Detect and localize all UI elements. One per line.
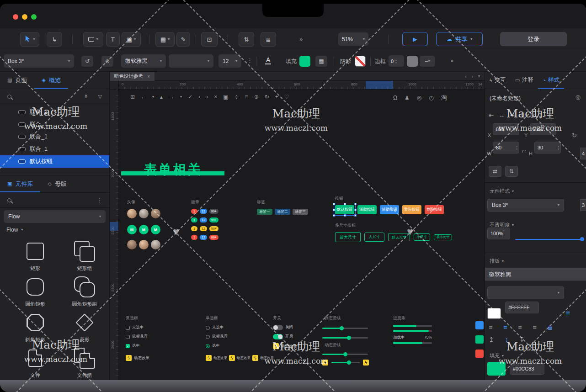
tag[interactable]: 标签一 bbox=[257, 209, 272, 215]
tree-item[interactable]: 联合_1 bbox=[0, 131, 109, 143]
stepper-icons[interactable]: ▴▾ bbox=[516, 127, 517, 132]
avatar[interactable] bbox=[139, 209, 149, 218]
tab-pages[interactable]: ▤ 页面 bbox=[0, 72, 34, 89]
w-input[interactable]: 80▴▾ bbox=[493, 142, 519, 154]
stepper-icons[interactable]: ▴▾ bbox=[553, 127, 554, 132]
stepper-icons[interactable]: ▴▾ bbox=[558, 145, 559, 150]
canvas-size-button[interactable]: 极小尺寸 bbox=[434, 234, 452, 240]
selection-handle[interactable] bbox=[354, 203, 357, 205]
fill-section-header[interactable]: 填充 ▾ bbox=[490, 352, 504, 359]
opacity-slider-knob[interactable] bbox=[580, 237, 584, 241]
font-color-input[interactable]: #FFFFFF bbox=[505, 302, 539, 313]
design-canvas[interactable]: 暗色设计参考 × ‹ › ▾ 0 200 400 600 800 1000 bbox=[110, 72, 485, 380]
preview-play-button[interactable]: ▶ bbox=[402, 32, 428, 46]
visibility-eye-icon[interactable]: ◎ bbox=[575, 94, 581, 101]
tab-library[interactable]: ▣ 元件库 bbox=[0, 175, 40, 192]
lightning-icon[interactable]: ϟ bbox=[273, 343, 279, 349]
tab-nav-right-icon[interactable]: › bbox=[472, 74, 473, 79]
text-tool-button[interactable]: T bbox=[106, 32, 120, 47]
chevron-down-icon[interactable]: ▾ bbox=[180, 95, 182, 99]
toggle-off[interactable] bbox=[273, 325, 283, 330]
more-options-icon[interactable]: ⋮ bbox=[97, 197, 102, 203]
line-spacing-icon[interactable]: ≣ bbox=[565, 310, 570, 317]
tab-note[interactable]: ▭ 注释 bbox=[511, 72, 538, 89]
radio[interactable] bbox=[206, 335, 210, 339]
flip-horizontal-button[interactable]: ⇄ bbox=[489, 166, 501, 177]
badge[interactable]: 12 bbox=[200, 217, 207, 222]
chevron-down-icon[interactable]: ▾ bbox=[152, 95, 154, 99]
x-input[interactable]: 853▴▾ bbox=[493, 123, 519, 135]
slider[interactable] bbox=[322, 328, 368, 329]
align-right-icon[interactable]: ⇥ bbox=[510, 112, 515, 119]
badge[interactable]: 99+ bbox=[209, 226, 218, 231]
collapse-all-icon[interactable]: ⇞ bbox=[84, 94, 88, 100]
search-icon[interactable] bbox=[7, 198, 11, 202]
checkbox[interactable] bbox=[126, 335, 130, 339]
opacity-slider[interactable] bbox=[515, 239, 583, 240]
y-input[interactable]: 2167▴▾ bbox=[530, 123, 556, 135]
share-button[interactable]: ☁ 共享 ▾ bbox=[436, 32, 483, 46]
text-color-button[interactable]: A bbox=[265, 56, 271, 64]
library-group-header[interactable]: Flow ▾ bbox=[6, 227, 109, 233]
tab-nav-left-icon[interactable]: ‹ bbox=[465, 74, 466, 79]
clipped-color-swatch[interactable] bbox=[475, 335, 484, 344]
connector-tool-button[interactable]: ↳ bbox=[47, 32, 62, 47]
badge[interactable]: 1 bbox=[191, 235, 197, 240]
selection-handle[interactable] bbox=[354, 209, 357, 211]
component-file[interactable]: 文件 bbox=[10, 346, 60, 379]
library-select[interactable]: Flow ▾ bbox=[4, 210, 106, 223]
font-size-select[interactable]: 12 ▾ bbox=[218, 54, 241, 68]
canvas-danger-button[interactable]: 危险按钮 bbox=[425, 205, 444, 214]
slider[interactable] bbox=[331, 362, 360, 363]
badge[interactable]: 1 bbox=[191, 217, 197, 222]
align-top-icon[interactable]: ↥ bbox=[520, 112, 525, 119]
text-align-justify-icon[interactable]: ≡ bbox=[533, 324, 537, 331]
canvas-secondary-button[interactable]: 辅助按钮 bbox=[357, 205, 377, 214]
select-tool-button[interactable]: ▾ bbox=[20, 32, 39, 47]
clipped-color-swatch[interactable] bbox=[475, 321, 484, 329]
filter-icon[interactable]: ▽ bbox=[98, 94, 102, 100]
format-painter-button[interactable]: ⊙ bbox=[101, 56, 113, 67]
valign-top-icon[interactable]: ↥ bbox=[489, 336, 494, 343]
tab-masters[interactable]: ◇ 母版 bbox=[40, 175, 74, 192]
avatar[interactable] bbox=[127, 240, 137, 249]
align-middle-icon[interactable]: ↕ bbox=[530, 112, 533, 119]
canvas-size-button[interactable]: 小尺寸 bbox=[414, 233, 430, 241]
avatar[interactable] bbox=[139, 240, 149, 249]
favorite-icon[interactable]: ♡ bbox=[284, 94, 289, 100]
zoom-fit-icon[interactable]: ⊕ bbox=[254, 94, 259, 100]
badge[interactable]: 12 bbox=[200, 226, 207, 231]
radio-selected[interactable] bbox=[206, 344, 210, 348]
lightning-icon[interactable]: ϟ bbox=[126, 355, 132, 361]
close-icon[interactable]: × bbox=[147, 74, 150, 79]
tab-interaction[interactable]: ϟ 交互 bbox=[485, 72, 511, 89]
rotate-icon[interactable]: ↻ bbox=[572, 132, 577, 139]
badge[interactable]: 1 bbox=[191, 226, 197, 231]
stepper-icons[interactable]: ▴▾ bbox=[516, 145, 517, 150]
lightning-icon[interactable]: ϟ bbox=[363, 360, 369, 366]
avatar[interactable] bbox=[127, 209, 137, 218]
history-clock-icon[interactable]: ◷ bbox=[429, 95, 433, 101]
font-family-select[interactable]: 微软雅黑 ▾ bbox=[121, 54, 166, 68]
flip-tool-button[interactable]: ⇅ bbox=[239, 32, 254, 47]
stylebar-overflow-button[interactable]: » bbox=[450, 57, 453, 64]
tree-item[interactable]: 联合_1 bbox=[0, 118, 109, 131]
avatar[interactable] bbox=[151, 209, 160, 218]
refresh-icon[interactable]: ↻ bbox=[265, 94, 269, 100]
shadow-none-swatch[interactable] bbox=[355, 56, 366, 67]
toolbar-overflow-button[interactable]: » bbox=[299, 36, 303, 42]
toggle-on[interactable] bbox=[273, 334, 283, 339]
menu-icon[interactable]: ≡ bbox=[245, 94, 248, 100]
rectangle-tool-button[interactable]: ▾ bbox=[83, 32, 103, 47]
reset-style-button[interactable]: ↺ bbox=[81, 56, 93, 67]
flip-vertical-button[interactable]: ⇅ bbox=[505, 166, 518, 177]
check-icon[interactable]: ✓ bbox=[188, 94, 192, 100]
tag[interactable]: 标签三 bbox=[293, 209, 308, 215]
crop-tool-button[interactable]: ⊡ bbox=[201, 32, 218, 47]
canvas-heading[interactable]: 表单相关 bbox=[121, 161, 224, 179]
lightning-icon[interactable]: ϟ bbox=[322, 360, 328, 366]
close-icon[interactable]: × bbox=[214, 94, 217, 100]
badge[interactable]: 12 bbox=[200, 235, 207, 240]
text-align-extra-icon[interactable]: ≣ bbox=[548, 324, 553, 331]
selection-handle[interactable] bbox=[333, 203, 335, 205]
